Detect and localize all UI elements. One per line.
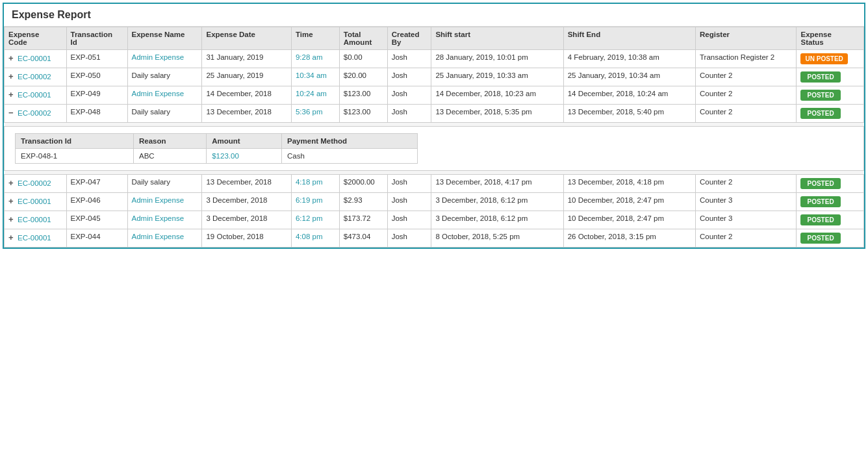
total-amount-cell: $473.04 — [339, 229, 387, 248]
col-transaction-id: TransactionId — [66, 27, 127, 50]
total-amount-cell: $123.00 — [339, 105, 387, 123]
register-cell: Counter 2 — [696, 175, 797, 193]
created-by-cell: Josh — [387, 50, 431, 68]
expense-code-link[interactable]: EC-00001 — [18, 216, 51, 224]
shift-end-cell: 10 December, 2018, 2:47 pm — [563, 211, 695, 229]
transaction-id-cell: EXP-051 — [66, 50, 127, 68]
page-title: Expense Report — [4, 4, 864, 27]
expand-icon[interactable]: + — [8, 90, 14, 99]
sub-table: Transaction IdReasonAmountPayment Method… — [15, 133, 418, 164]
shift-start-cell: 3 December, 2018, 6:12 pm — [431, 193, 563, 211]
register-cell: Counter 2 — [696, 68, 797, 86]
status-cell: POSTED — [797, 175, 864, 193]
expense-code-link[interactable]: EC-00002 — [18, 73, 51, 81]
table-row: + EC-00002 EXP-047 Daily salary 13 Decem… — [5, 175, 864, 193]
expand-icon[interactable]: + — [8, 233, 14, 242]
table-row: + EC-00001 EXP-046 Admin Expense 3 Decem… — [5, 193, 864, 211]
col-shift-start: Shift start — [431, 27, 563, 50]
sub-col-header: Amount — [207, 134, 282, 149]
sub-amount: $123.00 — [207, 149, 282, 164]
table-row: + EC-00001 EXP-051 Admin Expense 31 Janu… — [5, 50, 864, 68]
status-cell: POSTED — [797, 86, 864, 105]
status-cell: POSTED — [797, 105, 864, 123]
total-amount-cell: $173.72 — [339, 211, 387, 229]
col-expense-status: ExpenseStatus — [797, 27, 864, 50]
time-cell: 10:34 am — [291, 68, 339, 86]
time-cell: 4:08 pm — [291, 229, 339, 248]
expand-icon[interactable]: + — [8, 214, 14, 224]
shift-end-cell: 13 December, 2018, 5:40 pm — [563, 105, 695, 123]
transaction-id-cell: EXP-049 — [66, 86, 127, 105]
expense-date-cell: 14 December, 2018 — [202, 86, 291, 105]
expand-cell[interactable]: + EC-00002 — [5, 68, 67, 86]
expense-name-link[interactable]: Admin Expense — [132, 196, 185, 204]
expand-cell[interactable]: + EC-00001 — [5, 86, 67, 105]
expense-name-cell: Admin Expense — [127, 86, 202, 105]
expand-icon[interactable]: − — [8, 108, 14, 118]
expense-date-cell: 25 January, 2019 — [202, 68, 291, 86]
page-wrapper: Expense Report ExpenseCode TransactionId… — [3, 3, 865, 249]
created-by-cell: Josh — [387, 105, 431, 123]
expense-code-link[interactable]: EC-00002 — [18, 109, 51, 117]
expand-icon[interactable]: + — [8, 71, 14, 81]
expense-name-link[interactable]: Admin Expense — [132, 90, 185, 97]
created-by-cell: Josh — [387, 175, 431, 193]
expense-name-cell: Daily salary — [127, 175, 202, 193]
expense-name-link[interactable]: Admin Expense — [132, 233, 185, 240]
expense-code-link[interactable]: EC-00001 — [18, 91, 51, 99]
transaction-id-cell: EXP-050 — [66, 68, 127, 86]
table-row: + EC-00001 EXP-044 Admin Expense 19 Octo… — [5, 229, 864, 248]
transaction-id-cell: EXP-048 — [66, 105, 127, 123]
total-amount-cell: $2.93 — [339, 193, 387, 211]
created-by-cell: Josh — [387, 229, 431, 248]
register-cell: Counter 3 — [696, 211, 797, 229]
expand-cell[interactable]: + EC-00001 — [5, 211, 67, 229]
col-expense-name: Expense Name — [127, 27, 202, 50]
transaction-id-cell: EXP-046 — [66, 193, 127, 211]
expense-code-link[interactable]: EC-00002 — [18, 179, 51, 187]
expand-cell[interactable]: + EC-00002 — [5, 175, 67, 193]
status-cell: POSTED — [797, 193, 864, 211]
col-time: Time — [291, 27, 339, 50]
status-cell: POSTED — [797, 229, 864, 248]
expense-code-link[interactable]: EC-00001 — [18, 55, 51, 62]
expense-name-cell: Daily salary — [127, 68, 202, 86]
expand-cell[interactable]: + EC-00001 — [5, 193, 67, 211]
table-row: − EC-00002 EXP-048 Daily salary 13 Decem… — [5, 105, 864, 123]
shift-end-cell: 13 December, 2018, 4:18 pm — [563, 175, 695, 193]
expense-name-link[interactable]: Admin Expense — [132, 214, 185, 222]
expand-cell[interactable]: − EC-00002 — [5, 105, 67, 123]
expense-date-cell: 3 December, 2018 — [202, 193, 291, 211]
expense-name-cell: Admin Expense — [127, 193, 202, 211]
expand-cell[interactable]: + EC-00001 — [5, 229, 67, 248]
shift-end-cell: 25 January, 2019, 10:34 am — [563, 68, 695, 86]
table-row: + EC-00002 EXP-050 Daily salary 25 Janua… — [5, 68, 864, 86]
sub-payment-method: Cash — [282, 149, 418, 164]
shift-start-cell: 14 December, 2018, 10:23 am — [431, 86, 563, 105]
sub-col-header: Payment Method — [282, 134, 418, 149]
shift-start-cell: 25 January, 2019, 10:33 am — [431, 68, 563, 86]
register-cell: Counter 2 — [696, 86, 797, 105]
status-badge: POSTED — [800, 233, 840, 244]
expand-icon[interactable]: + — [8, 53, 14, 63]
table-row: + EC-00001 EXP-049 Admin Expense 14 Dece… — [5, 86, 864, 105]
shift-start-cell: 13 December, 2018, 4:17 pm — [431, 175, 563, 193]
sub-table-row: EXP-048-1 ABC $123.00 Cash — [16, 149, 418, 164]
register-cell: Counter 2 — [696, 229, 797, 248]
sub-transaction-id: EXP-048-1 — [16, 149, 134, 164]
status-cell: POSTED — [797, 211, 864, 229]
expense-date-cell: 3 December, 2018 — [202, 211, 291, 229]
expand-cell[interactable]: + EC-00001 — [5, 50, 67, 68]
sub-col-header: Transaction Id — [16, 134, 134, 149]
created-by-cell: Josh — [387, 211, 431, 229]
expand-icon[interactable]: + — [8, 178, 14, 188]
expense-code-link[interactable]: EC-00001 — [18, 234, 51, 242]
expense-name-link[interactable]: Admin Expense — [132, 53, 185, 61]
expand-icon[interactable]: + — [8, 196, 14, 206]
time-cell: 6:19 pm — [291, 193, 339, 211]
register-cell: Transaction Register 2 — [696, 50, 797, 68]
table-row: + EC-00001 EXP-045 Admin Expense 3 Decem… — [5, 211, 864, 229]
sub-reason: ABC — [134, 149, 207, 164]
expense-code-link[interactable]: EC-00001 — [18, 198, 51, 205]
time-cell: 9:28 am — [291, 50, 339, 68]
